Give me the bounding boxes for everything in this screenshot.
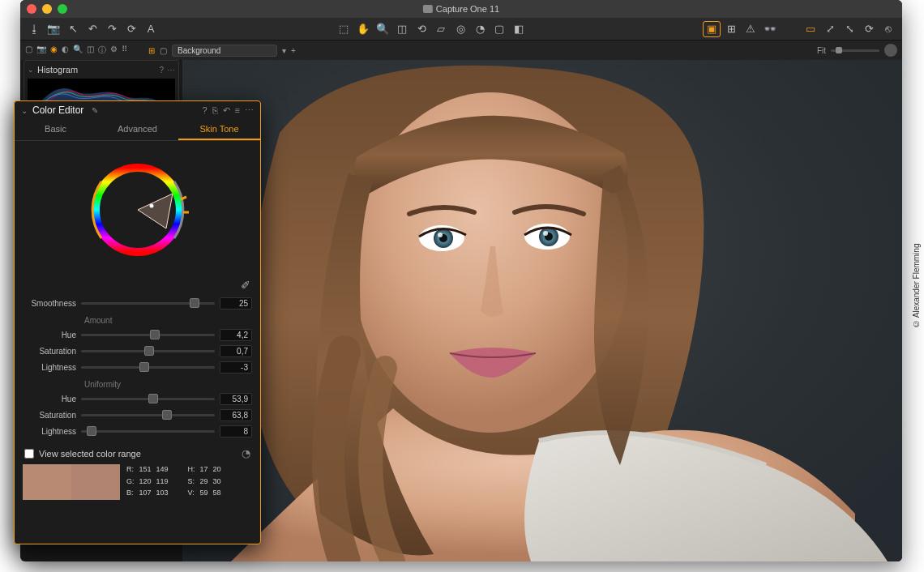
text-icon[interactable]: A	[142, 21, 160, 37]
warning-icon[interactable]: ⚠	[742, 21, 759, 37]
select-tool-icon[interactable]: ⬚	[335, 21, 353, 37]
zoom-slider[interactable]	[831, 49, 879, 52]
minimize-window-button[interactable]	[42, 4, 52, 14]
camera-icon[interactable]: 📷	[45, 21, 62, 37]
lens-tab-icon[interactable]: 🔍	[73, 45, 83, 56]
zoom-tool-icon[interactable]: 🔍	[374, 21, 391, 37]
amount-light-value[interactable]: -3	[220, 361, 252, 374]
amount-hue-slider[interactable]	[81, 334, 215, 336]
amount-hue-value[interactable]: 4,2	[220, 329, 252, 341]
eyedropper-icon[interactable]: ✐	[241, 279, 250, 292]
add-layer-icon[interactable]: +	[291, 46, 296, 55]
view-range-row: View selected color range ◔	[15, 439, 260, 464]
focus-mask-icon[interactable]: 👓	[761, 21, 779, 37]
color-editor-panel: ⌄ Color Editor ✎ ? ⎘ ↶ ≡ ⋯ Basic Advance…	[14, 100, 261, 544]
mask-tool-icon[interactable]: ◔	[471, 21, 489, 37]
histogram-title: Histogram	[37, 65, 78, 75]
gradient-tool-icon[interactable]: ▢	[490, 21, 508, 37]
details-tab-icon[interactable]: ⓘ	[98, 45, 106, 56]
amount-section-label: Amount	[23, 311, 252, 327]
help-icon[interactable]: ?	[159, 66, 164, 75]
amount-sat-slider[interactable]	[81, 350, 215, 352]
color-tab-icon[interactable]: ◉	[50, 45, 58, 56]
keystone-tool-icon[interactable]: ▱	[432, 21, 450, 37]
adjust-tab-icon[interactable]: ⚙	[110, 45, 118, 56]
photo-credit: © Alexander Flemming	[912, 244, 921, 329]
color-readout: R:151149H:1720 G:120119S:2930 B:107103V:…	[126, 464, 221, 500]
swatch-after	[71, 464, 120, 500]
smoothness-value[interactable]: 25	[220, 297, 252, 309]
image-viewer[interactable]	[182, 60, 902, 561]
layer-selector[interactable]: Background	[172, 45, 277, 57]
uni-hue-value[interactable]: 53,9	[220, 393, 252, 405]
refresh-icon[interactable]: ⟳	[860, 21, 878, 37]
sub-toolbar: ▢ 📷 ◉ ◐ 🔍 ◫ ⓘ ⚙ ⠿ ⊞ ▢ Background ▾ + Fit	[20, 41, 902, 60]
rotate-icon[interactable]: ⟳	[122, 21, 140, 37]
svg-point-9	[543, 231, 548, 236]
mask-preview-icon[interactable]: ◔	[242, 447, 250, 459]
uni-light-value[interactable]: 8	[220, 425, 252, 438]
library-tab-icon[interactable]: ▢	[25, 45, 32, 56]
uni-light-slider[interactable]	[81, 430, 215, 433]
smoothness-row: Smoothness 25	[23, 295, 252, 311]
amount-light-label: Lightness	[23, 363, 76, 372]
import-icon[interactable]: ⭳	[25, 21, 43, 37]
eraser-tool-icon[interactable]: ◧	[510, 21, 528, 37]
menu-icon[interactable]: ⋯	[167, 66, 175, 75]
help-icon[interactable]: ?	[202, 105, 207, 116]
window-controls	[27, 4, 67, 14]
uni-sat-value[interactable]: 63,8	[220, 409, 252, 421]
amount-sat-value[interactable]: 0,7	[220, 345, 252, 357]
amount-hue-label: Hue	[23, 331, 76, 339]
app-title: Capture One 11	[423, 4, 499, 14]
view-single-icon[interactable]: ▢	[160, 46, 167, 55]
exposure-tab-icon[interactable]: ◐	[62, 45, 69, 56]
redo-icon[interactable]: ↷	[103, 21, 121, 37]
export-icon[interactable]: ⎋	[879, 21, 897, 37]
color-editor-header: ⌄ Color Editor ✎ ? ⎘ ↶ ≡ ⋯	[15, 101, 260, 119]
exposure-warning-icon[interactable]: ▣	[703, 21, 721, 37]
undo-icon[interactable]: ↶	[83, 21, 101, 37]
crop-tab-icon[interactable]: ◫	[87, 45, 94, 56]
portrait-photo	[182, 60, 902, 561]
view-range-checkbox[interactable]	[24, 449, 34, 459]
tab-skin-tone[interactable]: Skin Tone	[178, 119, 260, 140]
browser-icon[interactable]: ▭	[802, 21, 819, 37]
amount-light-slider[interactable]	[81, 366, 215, 369]
uni-sat-slider[interactable]	[81, 414, 215, 416]
tab-basic[interactable]: Basic	[15, 119, 96, 140]
sliders-area: Smoothness 25 Amount Hue 4,2 Saturation …	[15, 295, 260, 439]
hand-tool-icon[interactable]: ✋	[354, 21, 372, 37]
reset-icon[interactable]: ↶	[223, 105, 230, 116]
preset-icon[interactable]: ≡	[235, 105, 240, 116]
brush-icon: ✎	[92, 106, 98, 115]
color-swatches-row: R:151149H:1720 G:120119S:2930 B:107103V:…	[15, 464, 260, 506]
chevron-down-icon[interactable]: ⌄	[28, 66, 34, 74]
capture-tab-icon[interactable]: 📷	[36, 45, 46, 56]
spot-tool-icon[interactable]: ◎	[451, 21, 469, 37]
color-wheel[interactable]	[15, 141, 260, 279]
expand-icon[interactable]: ⤢	[821, 21, 839, 37]
crop-tool-icon[interactable]: ◫	[393, 21, 411, 37]
uni-hue-label: Hue	[23, 395, 76, 403]
grid-icon[interactable]: ⊞	[722, 21, 740, 37]
uni-hue-slider[interactable]	[81, 398, 215, 400]
amount-sat-label: Saturation	[23, 347, 76, 356]
user-avatar-icon[interactable]	[884, 44, 897, 57]
smoothness-slider[interactable]	[81, 302, 215, 305]
collapse-icon[interactable]: ⤡	[841, 21, 858, 37]
main-toolbar: ⭳ 📷 ↖ ↶ ↷ ⟳ A ⬚ ✋ 🔍 ◫ ⟲ ▱ ◎ ◔ ▢ ◧ ▣ ⊞ ⚠ …	[20, 18, 902, 41]
chevron-down-icon[interactable]: ⌄	[21, 106, 28, 115]
copy-icon[interactable]: ⎘	[212, 105, 218, 116]
smoothness-label: Smoothness	[23, 299, 76, 308]
tab-advanced[interactable]: Advanced	[96, 119, 178, 140]
view-grid-icon[interactable]: ⊞	[148, 46, 155, 55]
zoom-window-button[interactable]	[58, 4, 67, 14]
color-editor-tabs: Basic Advanced Skin Tone	[15, 119, 260, 141]
close-window-button[interactable]	[27, 4, 36, 14]
metadata-tab-icon[interactable]: ⠿	[122, 45, 127, 56]
layer-dropdown-icon[interactable]: ▾	[282, 46, 286, 55]
rotate-tool-icon[interactable]: ⟲	[413, 21, 430, 37]
cursor-icon[interactable]: ↖	[64, 21, 82, 37]
menu-icon[interactable]: ⋯	[245, 105, 254, 116]
